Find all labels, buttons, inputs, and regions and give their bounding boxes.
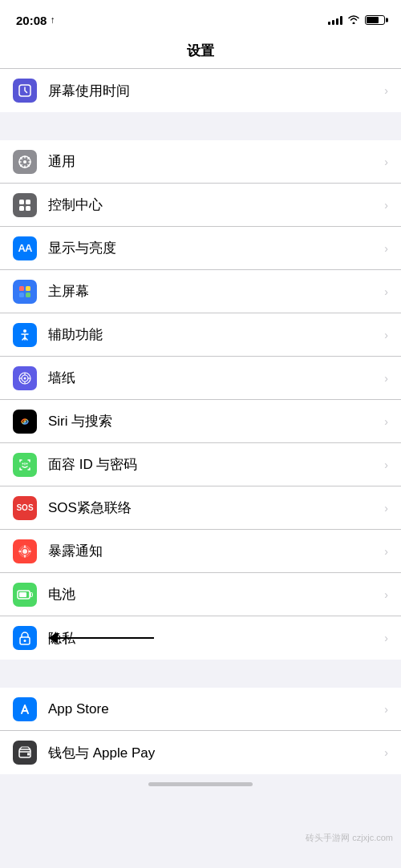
chevron-icon: › [384, 415, 388, 428]
nav-bar: 设置 [0, 35, 401, 69]
svg-point-19 [23, 329, 26, 333]
settings-item-general[interactable]: 通用 › [0, 140, 401, 184]
svg-point-27 [23, 420, 26, 423]
location-icon: ↑ [50, 14, 55, 26]
home-bar [148, 782, 253, 786]
status-icons [328, 14, 385, 26]
svg-point-29 [26, 462, 28, 464]
svg-rect-13 [19, 206, 24, 211]
settings-item-wallpaper[interactable]: 墙纸 › [0, 357, 401, 400]
svg-point-31 [22, 549, 27, 554]
battery-label: 电池 [48, 585, 378, 604]
settings-item-siri[interactable]: Siri 与搜索 › [0, 400, 401, 443]
watermark: 砖头手游网 czjxjc.com [306, 832, 393, 844]
chevron-icon: › [384, 545, 388, 558]
settings-item-battery[interactable]: 电池 › [0, 573, 401, 616]
siri-icon [13, 410, 37, 434]
settings-item-accessibility[interactable]: 辅助功能 › [0, 313, 401, 357]
svg-rect-39 [19, 592, 26, 597]
section-general: 通用 › 控制中心 › AA 显示与亮度 › [0, 140, 401, 660]
section-screen-time: 屏幕使用时间 › [0, 69, 401, 112]
display-icon: AA [13, 236, 37, 260]
svg-point-42 [24, 640, 26, 642]
home-indicator [0, 774, 401, 793]
arrow-line [58, 637, 154, 639]
general-label: 通用 [48, 152, 378, 171]
wifi-icon [347, 14, 360, 26]
svg-rect-40 [30, 592, 33, 596]
exposure-label: 暴露通知 [48, 542, 378, 560]
accessibility-icon [13, 323, 37, 347]
appstore-label: App Store [48, 701, 378, 717]
appstore-icon [13, 697, 37, 721]
chevron-icon: › [384, 632, 388, 644]
wallpaper-icon [13, 366, 37, 390]
settings-item-sos[interactable]: SOS SOS紧急联络 › [0, 486, 401, 530]
wallet-label: 钱包与 Apple Pay [48, 744, 378, 762]
chevron-icon: › [384, 329, 388, 341]
svg-line-9 [28, 157, 29, 158]
control-center-icon [13, 193, 37, 217]
signal-bars [328, 15, 342, 25]
svg-rect-16 [26, 286, 30, 291]
svg-rect-17 [19, 293, 24, 297]
chevron-icon: › [384, 746, 388, 759]
arrow-head [48, 632, 58, 644]
section-divider-2 [0, 660, 401, 688]
screen-time-label: 屏幕使用时间 [48, 82, 378, 100]
svg-rect-11 [19, 200, 24, 204]
settings-item-privacy[interactable]: 隐私 › [0, 616, 401, 660]
home-screen-icon [13, 280, 37, 304]
battery-settings-icon [13, 583, 37, 607]
settings-item-wallet[interactable]: 钱包与 Apple Pay › [0, 731, 401, 774]
settings-item-control-center[interactable]: 控制中心 › [0, 184, 401, 227]
svg-rect-14 [26, 206, 30, 211]
home-screen-label: 主屏幕 [48, 282, 378, 301]
svg-rect-15 [19, 286, 24, 291]
settings-item-exposure[interactable]: 暴露通知 › [0, 530, 401, 573]
settings-item-faceid[interactable]: 面容 ID 与密码 › [0, 443, 401, 486]
chevron-icon: › [384, 703, 388, 716]
chevron-icon: › [384, 458, 388, 471]
chevron-icon: › [384, 199, 388, 212]
chevron-icon: › [384, 372, 388, 385]
settings-item-display[interactable]: AA 显示与亮度 › [0, 227, 401, 270]
settings-item-appstore[interactable]: App Store › [0, 688, 401, 731]
chevron-icon: › [384, 84, 388, 97]
sos-label: SOS紧急联络 [48, 499, 378, 517]
svg-point-2 [23, 160, 26, 164]
page-title: 设置 [187, 43, 214, 59]
section-store: App Store › 钱包与 Apple Pay › [0, 688, 401, 774]
display-label: 显示与亮度 [48, 239, 378, 257]
svg-rect-18 [26, 293, 30, 297]
wallet-icon [13, 741, 37, 765]
chevron-icon: › [384, 285, 388, 298]
chevron-icon: › [384, 588, 388, 601]
section-divider-1 [0, 112, 401, 140]
chevron-icon: › [384, 502, 388, 515]
svg-rect-45 [27, 753, 30, 756]
screen-time-icon [13, 79, 37, 103]
general-icon [13, 150, 37, 174]
svg-line-7 [21, 157, 22, 158]
faceid-label: 面容 ID 与密码 [48, 455, 378, 474]
exposure-icon [13, 539, 37, 563]
siri-label: Siri 与搜索 [48, 412, 378, 430]
control-center-label: 控制中心 [48, 196, 378, 214]
sos-icon: SOS [13, 496, 37, 520]
svg-rect-12 [26, 200, 30, 204]
faceid-icon [13, 453, 37, 477]
svg-point-22 [24, 377, 26, 379]
arrow-annotation [48, 632, 154, 644]
privacy-icon [13, 626, 37, 650]
wallpaper-label: 墙纸 [48, 369, 378, 387]
status-bar: 20:08 ↑ [0, 0, 401, 35]
chevron-icon: › [384, 155, 388, 168]
battery-icon [365, 15, 385, 25]
settings-item-home-screen[interactable]: 主屏幕 › [0, 270, 401, 313]
settings-item-screen-time[interactable]: 屏幕使用时间 › [0, 69, 401, 112]
svg-line-8 [28, 164, 29, 165]
chevron-icon: › [384, 242, 388, 255]
accessibility-label: 辅助功能 [48, 325, 378, 344]
status-time: 20:08 [16, 14, 47, 27]
